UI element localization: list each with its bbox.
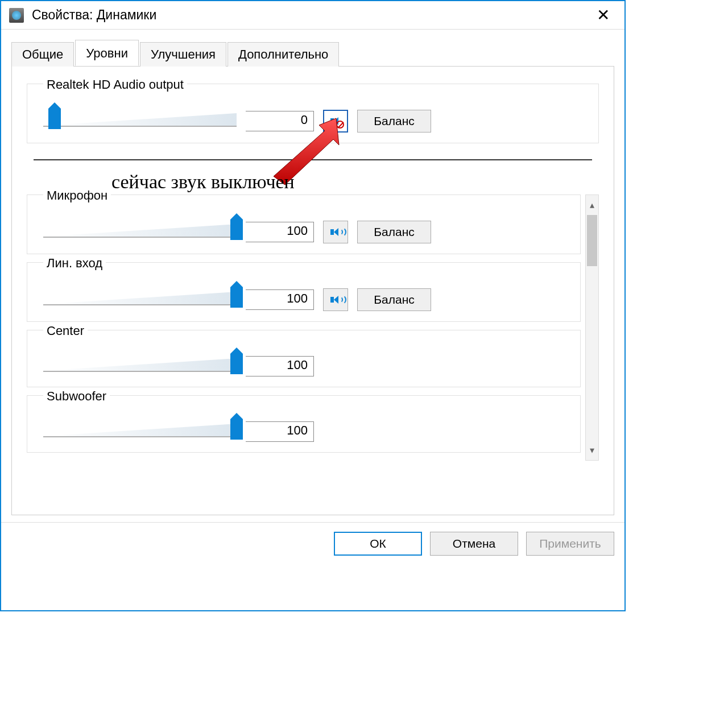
group-legend: Subwoofer: [43, 389, 110, 404]
group-microphone: Микрофон 100 Баланс: [27, 194, 581, 254]
volume-value: 100: [246, 222, 314, 242]
tab-strip: Общие Уровни Улучшения Дополнительно: [11, 40, 614, 66]
slider-thumb[interactable]: [230, 419, 243, 440]
tab-label: Уровни: [86, 46, 128, 60]
volume-slider[interactable]: [43, 421, 237, 442]
scroll-down-icon[interactable]: ▾: [590, 440, 594, 460]
tab-label: Дополнительно: [238, 47, 328, 61]
volume-value-main: 0: [246, 111, 314, 131]
divider: [34, 159, 592, 160]
group-legend: Лин. вход: [43, 256, 106, 271]
volume-slider[interactable]: [43, 356, 237, 376]
group-subwoofer: Subwoofer 100: [27, 395, 581, 453]
scrollbar-thumb[interactable]: [587, 215, 597, 266]
balance-button[interactable]: Баланс: [357, 221, 431, 243]
volume-slider-main[interactable]: [43, 111, 237, 131]
group-main-output: Realtek HD Audio output 0 Баланс: [27, 84, 599, 143]
scroll-up-icon[interactable]: ▴: [590, 195, 594, 215]
group-line-in: Лин. вход 100 Балан: [27, 262, 581, 322]
annotation-text: сейчас звук выключен: [111, 171, 295, 193]
tab-label: Общие: [22, 47, 63, 61]
balance-button-main[interactable]: Баланс: [357, 110, 431, 133]
volume-value: 100: [246, 356, 314, 376]
mute-button[interactable]: [323, 221, 348, 243]
dialog-footer: ОК Отмена Применить: [1, 522, 624, 565]
slider-thumb[interactable]: [230, 287, 243, 308]
mute-button[interactable]: [323, 288, 348, 311]
group-center: Center 100: [27, 330, 581, 387]
close-icon[interactable]: ✕: [590, 4, 617, 27]
volume-value: 100: [246, 421, 314, 442]
volume-value: 100: [246, 289, 314, 310]
group-legend: Микрофон: [43, 188, 111, 203]
tab-advanced[interactable]: Дополнительно: [228, 42, 339, 67]
balance-button[interactable]: Баланс: [357, 288, 431, 311]
tab-enhancements[interactable]: Улучшения: [140, 42, 226, 67]
speaker-on-icon: [330, 227, 341, 237]
volume-slider[interactable]: [43, 289, 237, 310]
cancel-button[interactable]: Отмена: [430, 532, 518, 556]
volume-slider[interactable]: [43, 222, 237, 242]
slider-thumb[interactable]: [48, 109, 61, 129]
slider-thumb[interactable]: [230, 354, 243, 374]
window-title: Свойства: Динамики: [32, 7, 156, 23]
vertical-scrollbar[interactable]: ▴ ▾: [585, 194, 599, 461]
slider-thumb[interactable]: [230, 220, 243, 240]
group-legend: Center: [43, 324, 88, 338]
apply-button[interactable]: Применить: [526, 532, 614, 556]
scrollbar-track[interactable]: [586, 215, 598, 440]
tab-levels[interactable]: Уровни: [75, 40, 139, 66]
group-legend: Realtek HD Audio output: [43, 77, 187, 92]
speaker-muted-icon: [330, 116, 341, 126]
tab-general[interactable]: Общие: [11, 42, 74, 67]
tab-panel-levels: Realtek HD Audio output 0 Баланс: [11, 66, 614, 515]
tab-label: Улучшения: [151, 47, 216, 61]
ok-button[interactable]: ОК: [334, 532, 422, 556]
title-bar: Свойства: Динамики ✕: [1, 1, 624, 30]
speaker-on-icon: [330, 295, 341, 305]
mute-button-main[interactable]: [323, 110, 348, 133]
app-icon: [9, 8, 24, 23]
